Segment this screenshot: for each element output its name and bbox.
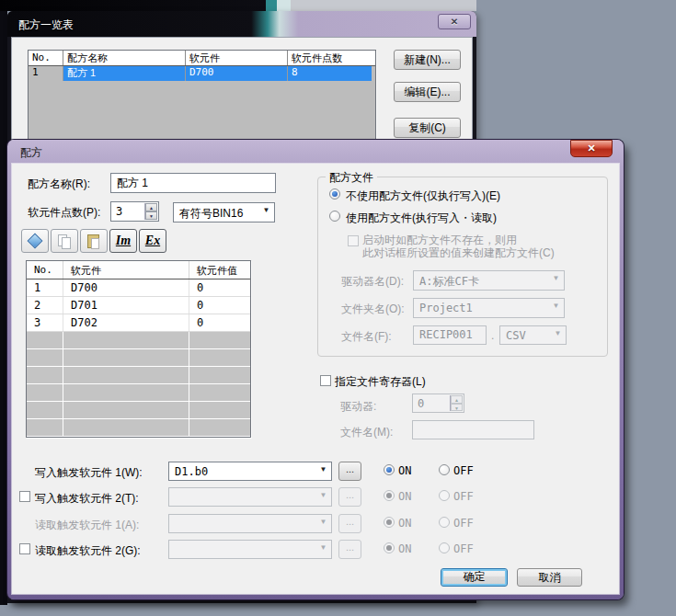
recipe-list-table-header: No. 配方名称 软元件 软元件点数 [29,51,375,66]
export-button[interactable]: Ex [139,229,166,253]
write-trigger2-off-label: OFF [453,490,474,503]
paste-tool-button[interactable] [80,229,108,253]
new-button[interactable]: 新建(N)... [394,50,461,70]
table-row[interactable]: 1 配方 1 D700 8 [29,66,375,81]
cell-no[interactable]: 2 [27,297,63,314]
background-left-edge [0,11,7,605]
close-icon[interactable]: ✕ [438,14,471,29]
write-trigger2-label[interactable]: 写入触发软元件 2(T): [35,491,139,507]
cell-no[interactable]: 1 [27,279,63,296]
recipe-name-input[interactable]: 配方 1 [110,173,276,193]
cell-name[interactable]: 配方 1 [63,66,186,81]
write-trigger2-checkbox[interactable] [19,491,30,502]
table-row-empty [27,402,250,419]
write-trigger2-browse-button: ... [338,487,361,507]
spin-up-icon: ▲ [451,395,463,404]
read-trigger2-off-label: OFF [453,542,474,555]
table-row[interactable]: 1 D700 0 [27,279,250,297]
read-trigger1-browse-button: ... [338,514,361,533]
close-icon[interactable]: ✕ [570,140,613,157]
chevron-down-icon: ▼ [317,543,329,552]
import-button[interactable]: Im [109,229,137,253]
recipe-dialog: 配方 ✕ 配方名称(R): 配方 1 软元件点数(P): 3 ▲ ▼ 有符号BI… [7,140,624,599]
device-points-label: 软元件点数(P): [28,205,100,221]
write-trigger1-label: 写入触发软元件 1(W): [35,465,143,481]
write-trigger1-off-radio[interactable] [439,464,450,475]
table-row[interactable]: 3 D702 0 [27,314,250,332]
data-type-select[interactable]: 有符号BIN16 ▼ [173,202,275,222]
ok-button[interactable]: 确定 [441,568,508,587]
copy-icon [62,237,71,249]
background-window-strip [0,0,266,11]
file-register-label[interactable]: 指定文件寄存器(L) [335,374,426,390]
paste-icon [91,238,99,249]
spin-down-icon[interactable]: ▼ [145,211,157,220]
cell-device[interactable]: D701 [63,297,189,314]
radio-use-recipe-file[interactable] [329,211,340,222]
table-row-empty [27,349,250,367]
cell-no[interactable]: 3 [27,314,63,331]
column-header-no: No. [27,261,63,279]
spin-up-icon[interactable]: ▲ [145,203,157,211]
register-drive-value: 0 [418,397,424,410]
read-trigger2-checkbox[interactable] [19,543,30,554]
write-trigger2-select: ▼ [168,487,332,507]
cell-value[interactable]: 0 [189,297,248,314]
radio-use-recipe-file-label[interactable]: 使用配方文件(执行写入・读取) [346,211,497,226]
chevron-down-icon: ▼ [317,518,329,526]
write-trigger1-select[interactable]: D1.b0 ▼ [168,462,332,481]
write-trigger1-browse-button[interactable]: ... [338,462,361,481]
device-value-table: No. 软元件 软元件值 1 D700 0 2 D701 0 3 D702 [26,260,251,438]
register-file-name-label: 文件名(M): [340,425,393,440]
read-trigger1-off-radio [439,517,450,528]
file-ext-dot: . [491,329,494,342]
file-register-checkbox[interactable] [320,375,331,386]
write-trigger1-on-label[interactable]: ON [398,464,411,477]
copy-button[interactable]: 复制(C) [394,118,461,138]
cell-value[interactable]: 0 [189,279,248,296]
folder-name-value: Project1 [419,302,473,314]
folder-name-label: 文件夹名(O): [341,302,405,317]
write-trigger1-off-label[interactable]: OFF [453,464,474,477]
recipe-file-group-title: 配方文件 [326,170,377,186]
cancel-button[interactable]: 取消 [517,568,582,587]
chevron-down-icon[interactable]: ▼ [317,465,329,473]
chevron-down-icon: ▼ [317,491,329,499]
write-trigger2-on-radio [384,490,395,501]
radio-no-recipe-file[interactable] [329,188,340,200]
table-row[interactable]: 2 D701 0 [27,297,250,314]
cell-points[interactable]: 8 [288,66,372,81]
chevron-down-icon: ▼ [550,274,562,282]
recipe-list-titlebar[interactable]: 配方一览表 ✕ [7,11,476,37]
table-row-empty [27,419,250,437]
recipe-list-title: 配方一览表 [18,17,74,33]
register-drive-label: 驱动器: [340,399,376,415]
stepper-buttons: ▲ ▼ [144,203,157,220]
cell-device[interactable]: D700 [63,279,189,296]
cell-device[interactable]: D702 [63,314,189,331]
chevron-down-icon[interactable]: ▼ [260,206,272,214]
cell-no[interactable]: 1 [29,66,63,81]
drive-name-select: A:标准CF卡 ▼ [413,270,565,291]
write-trigger2-on-label: ON [398,490,411,503]
device-points-stepper[interactable]: 3 ▲ ▼ [110,201,159,222]
table-row-empty [27,332,250,349]
write-trigger1-on-radio[interactable] [384,464,395,475]
create-file-checkbox[interactable] [348,235,359,246]
drive-name-value: A:标准CF卡 [419,274,479,290]
read-trigger1-off-label: OFF [453,517,474,530]
clear-button[interactable] [21,229,49,253]
read-trigger2-label[interactable]: 读取触发软元件 2(G): [35,543,141,559]
spin-down-icon: ▼ [451,404,463,412]
column-header-no: No. [29,51,63,65]
cell-device[interactable]: D700 [186,66,288,81]
read-trigger1-on-label: ON [398,517,411,530]
read-trigger1-label: 读取触发软元件 1(A): [35,518,139,533]
read-trigger2-browse-button: ... [338,540,361,559]
edit-button[interactable]: 编辑(E)... [394,82,461,102]
cell-value[interactable]: 0 [189,314,248,331]
drive-name-label: 驱动器名(D): [341,274,404,290]
copy-tool-button[interactable] [51,229,78,253]
radio-no-recipe-file-label[interactable]: 不使用配方文件(仅执行写入)(E) [346,188,500,204]
folder-name-select: Project1 ▼ [413,298,565,318]
